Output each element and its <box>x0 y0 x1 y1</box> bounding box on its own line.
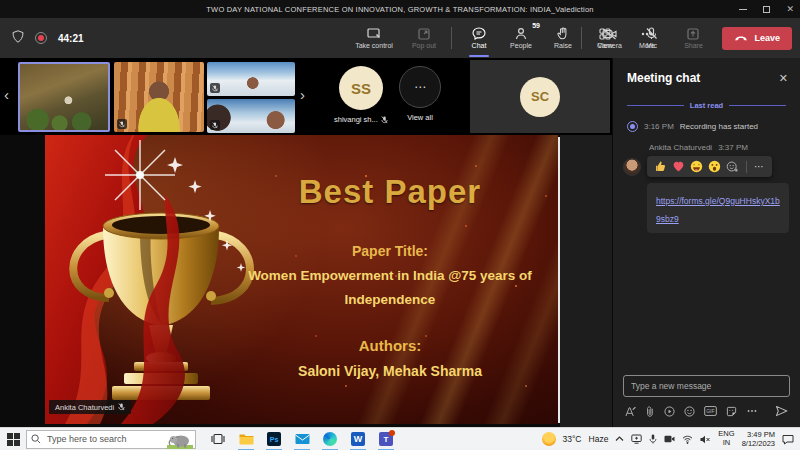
last-read-divider: Last read <box>613 93 800 116</box>
pop-out-button[interactable]: Pop out <box>403 18 445 58</box>
presenter-name-label: Ankita Chaturvedi <box>49 400 131 414</box>
mic-off-icon <box>381 116 388 124</box>
mic-button[interactable]: Mic <box>630 18 672 58</box>
more-options-icon[interactable] <box>746 406 758 416</box>
notification-dot <box>389 430 395 436</box>
recording-event-icon <box>627 121 638 132</box>
edge-button[interactable] <box>316 428 344 450</box>
teams-button[interactable]: T <box>372 428 400 450</box>
filmstrip-prev-icon[interactable]: ‹ <box>4 86 9 103</box>
participant-name: shivangi sh... <box>334 115 378 124</box>
share-icon <box>687 28 699 40</box>
chat-close-icon[interactable]: ✕ <box>779 72 788 85</box>
close-icon[interactable]: ✕ <box>786 0 794 18</box>
volume-muted-tray-icon[interactable] <box>700 435 711 444</box>
participant-tile-sc[interactable]: SC <box>470 60 610 133</box>
toolbar-divider <box>581 27 582 49</box>
taskbar-search-input[interactable]: Type here to search <box>26 430 196 449</box>
message-timestamp: 3:37 PM <box>718 143 748 152</box>
teams-icon: T <box>379 432 393 446</box>
window-title: TWO DAY NATIONAL CONFERENCE ON INNOVATIO… <box>206 5 593 14</box>
minimize-icon[interactable] <box>739 9 747 10</box>
task-view-button[interactable] <box>204 428 232 450</box>
take-control-icon <box>367 28 382 40</box>
mail-icon <box>295 433 310 445</box>
meeting-chat-panel: Meeting chat ✕ Last read 3:16 PM Recordi… <box>612 58 800 427</box>
stage-right-gutter <box>560 135 612 427</box>
camera-button[interactable]: Camera <box>588 18 630 58</box>
video-clip-icon[interactable] <box>664 406 675 417</box>
file-explorer-button[interactable] <box>232 428 260 450</box>
emoji-icon[interactable] <box>684 406 695 417</box>
chat-message-input[interactable] <box>623 375 790 397</box>
windows-taskbar: Type here to search Ps W <box>0 427 800 450</box>
message-link[interactable]: https://forms.gle/Q9guHHskyX1b9sbz9 <box>656 196 780 224</box>
hang-up-icon <box>734 35 748 42</box>
attach-icon[interactable] <box>645 406 655 417</box>
authors-names: Saloni Vijay, Mehak Sharma <box>225 363 555 379</box>
video-tile-participant[interactable] <box>207 62 295 96</box>
meeting-timer: 44:21 <box>58 33 84 44</box>
authors-label: Authors: <box>225 337 555 354</box>
mail-button[interactable] <box>288 428 316 450</box>
taskbar-clock[interactable]: 3:49 PM 8/12/2023 <box>742 430 775 448</box>
view-all-button[interactable]: ⋯ View all <box>399 66 441 122</box>
recording-indicator-icon <box>35 32 47 44</box>
task-view-icon <box>211 433 225 445</box>
add-reaction-icon[interactable] <box>726 160 739 173</box>
more-reactions-icon[interactable]: ⋯ <box>754 161 765 172</box>
paper-title-line1: Women Empowerment in India @75 years of <box>225 268 555 283</box>
camera-off-icon <box>602 28 617 40</box>
shared-slide: Best Paper Paper Title: Women Empowermen… <box>45 135 558 424</box>
display-tray-icon[interactable] <box>631 434 642 444</box>
mic-off-icon <box>118 403 125 411</box>
word-button[interactable]: W <box>344 428 372 450</box>
chat-compose-area: GIF <box>623 375 790 417</box>
language-indicator[interactable]: ENG IN <box>718 430 734 447</box>
mic-off-overlay-icon <box>210 83 220 93</box>
system-tray: 33°C Haze ENG IN <box>542 428 800 450</box>
laugh-icon[interactable] <box>690 160 703 173</box>
chat-button[interactable]: Chat <box>458 18 500 58</box>
weather-condition[interactable]: Haze <box>589 434 609 444</box>
heart-icon[interactable] <box>672 160 685 173</box>
leave-button[interactable]: Leave <box>722 27 792 50</box>
mic-tray-icon[interactable] <box>649 434 657 444</box>
thumbs-up-icon[interactable] <box>654 160 667 173</box>
raise-hand-icon <box>557 27 569 40</box>
search-placeholder: Type here to search <box>47 434 127 444</box>
people-button[interactable]: 59 People <box>500 18 542 58</box>
send-icon[interactable] <box>775 405 788 417</box>
start-button[interactable] <box>0 428 26 450</box>
take-control-button[interactable]: Take control <box>345 18 403 58</box>
chat-icon <box>472 27 486 40</box>
mic-off-overlay-icon <box>117 119 127 129</box>
notification-center-icon[interactable] <box>782 434 794 445</box>
share-button[interactable]: Share <box>672 18 714 58</box>
video-tile-participant[interactable] <box>207 99 295 133</box>
message-author: Ankita Chaturvedi <box>649 143 712 152</box>
weather-icon[interactable] <box>542 432 556 446</box>
people-count-badge: 59 <box>532 22 540 29</box>
format-icon[interactable] <box>625 406 636 417</box>
participant-avatar-ss[interactable]: SS shivangi sh... <box>334 66 388 124</box>
toolbar-divider <box>451 27 452 49</box>
video-tile-participant[interactable] <box>114 62 204 132</box>
tray-expand-icon[interactable] <box>615 436 624 442</box>
mic-off-overlay-icon <box>210 120 220 130</box>
photoshop-button[interactable]: Ps <box>260 428 288 450</box>
file-explorer-icon <box>239 433 254 445</box>
weather-temperature[interactable]: 33°C <box>563 434 582 444</box>
avatar: SC <box>520 77 560 117</box>
slide-sparkle-decoration <box>45 135 47 137</box>
network-tray-icon[interactable] <box>682 435 693 444</box>
camera-tray-icon[interactable] <box>664 435 675 443</box>
filmstrip-next-icon[interactable]: › <box>300 86 305 103</box>
maximize-icon[interactable] <box>763 6 770 13</box>
search-highlight-elephant-image[interactable] <box>167 432 193 450</box>
search-icon <box>31 434 41 444</box>
video-tile-active-speaker[interactable] <box>18 62 110 132</box>
sticker-icon[interactable] <box>726 406 737 417</box>
surprised-icon[interactable] <box>708 160 721 173</box>
giphy-icon[interactable]: GIF <box>704 406 717 416</box>
